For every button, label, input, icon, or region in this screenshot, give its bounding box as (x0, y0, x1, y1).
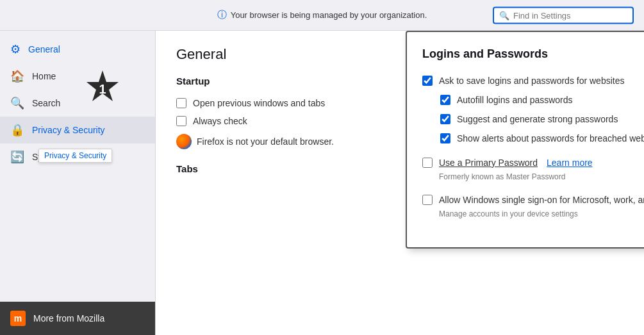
primary-password-row: Use a Primary Password Learn more Change (422, 153, 644, 172)
sidebar-item-general[interactable]: ⚙ General (0, 36, 155, 63)
top-bar: ⓘ Your browser is being managed by your … (0, 0, 644, 31)
sidebar: 1 ⚙ General 🏠 Home 🔍 Search 🔒 Privacy & … (0, 31, 156, 335)
sidebar-label-home: Home (32, 71, 56, 81)
search-nav-icon: 🔍 (10, 96, 24, 110)
tooltip-text: Privacy & Security (44, 151, 106, 160)
always-check-checkbox[interactable] (176, 116, 186, 126)
primary-password-checkbox[interactable] (422, 158, 433, 168)
badge-1-number: 1 (99, 82, 106, 97)
org-notice-text: Your browser is being managed by your or… (231, 10, 427, 20)
open-previous-checkbox[interactable] (176, 98, 186, 108)
windows-sso-checkbox[interactable] (422, 195, 433, 205)
suggest-label: Suggest and generate strong passwords (457, 114, 618, 124)
search-bar[interactable]: 🔍 (493, 6, 634, 24)
home-icon: 🏠 (10, 69, 24, 83)
autofill-label: Autofill logins and passwords (457, 95, 573, 105)
modal-title: Logins and Passwords (422, 47, 644, 61)
more-mozilla-bar[interactable]: m More from Mozilla (0, 302, 155, 335)
ask-save-checkbox[interactable] (422, 76, 433, 86)
ask-save-label: Ask to save logins and passwords for web… (439, 76, 624, 86)
search-input[interactable] (513, 10, 627, 20)
windows-sso-row: Allow Windows single sign-on for Microso… (422, 190, 644, 209)
privacy-tooltip: Privacy & Security (38, 149, 112, 163)
badge-1: 1 (83, 69, 122, 108)
formerly-text: Formerly known as Master Password (422, 172, 644, 185)
primary-password-learn-more[interactable]: Learn more (547, 158, 593, 168)
alerts-label: Show alerts about passwords for breached… (457, 133, 644, 143)
sidebar-label-privacy: Privacy & Security (32, 125, 105, 135)
alerts-row: Show alerts about passwords for breached… (422, 129, 644, 148)
mozilla-m-icon: m (10, 311, 26, 326)
firefox-default-text: Firefox is not your default browser. (197, 136, 334, 147)
windows-sso-label: Allow Windows single sign-on for Microso… (439, 195, 644, 205)
manage-accounts-text: Manage accounts in your device settings (422, 209, 644, 218)
sidebar-item-home[interactable]: 🏠 Home (0, 63, 155, 90)
lock-icon: 🔒 (10, 123, 24, 137)
more-mozilla-label: More from Mozilla (33, 313, 104, 323)
ask-save-row: Ask to save logins and passwords for web… (422, 71, 644, 90)
sync-icon: 🔄 (10, 150, 24, 164)
autofill-checkbox[interactable] (440, 95, 450, 105)
alerts-checkbox[interactable] (440, 133, 450, 143)
sidebar-label-general: General (28, 44, 60, 54)
primary-password-label: Use a Primary Password (439, 158, 538, 168)
content-area: General Startup Open previous windows an… (156, 31, 644, 335)
firefox-globe-icon (176, 134, 192, 149)
sidebar-item-privacy-security[interactable]: 🔒 Privacy & Security Privacy & Security (0, 117, 155, 143)
org-notice: ⓘ Your browser is being managed by your … (217, 9, 427, 21)
autofill-row: Autofill logins and passwords (422, 90, 644, 110)
gear-icon: ⚙ (10, 42, 21, 56)
open-previous-label: Open previous windows and tabs (193, 98, 325, 108)
sidebar-item-search[interactable]: 🔍 Search (0, 90, 155, 117)
main-layout: 1 ⚙ General 🏠 Home 🔍 Search 🔒 Privacy & … (0, 31, 644, 335)
logins-passwords-panel: Logins and Passwords 2 Ask to save login… (406, 31, 644, 249)
search-icon: 🔍 (499, 10, 509, 20)
sidebar-label-search: Search (32, 98, 60, 108)
suggest-row: Suggest and generate strong passwords (422, 110, 644, 129)
always-check-label: Always check (193, 116, 247, 126)
suggest-checkbox[interactable] (440, 114, 450, 124)
info-icon: ⓘ (217, 9, 227, 21)
